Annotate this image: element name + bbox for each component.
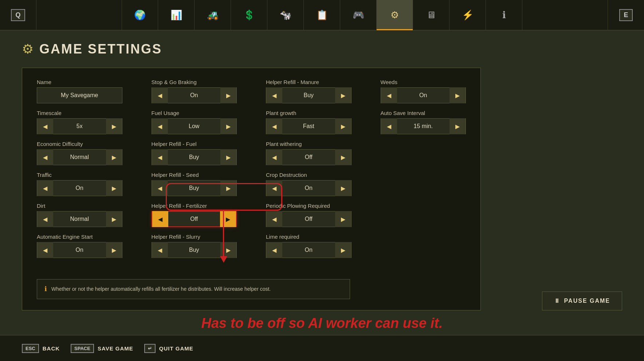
dirt-label: Dirt [37, 203, 122, 209]
helper-slurry-next[interactable]: ▶ [220, 242, 236, 258]
weeds-next[interactable]: ▶ [449, 87, 466, 103]
helper-slurry-label: Helper Refill - Slurry [152, 234, 237, 240]
setting-plant-withering: Plant withering ◀ Off ▶ [266, 141, 352, 165]
weeds-label: Weeds [381, 79, 466, 85]
setting-economic-difficulty: Economic Difficulty ◀ Normal ▶ [37, 141, 122, 165]
nav-settings[interactable]: ⚙ [377, 0, 413, 30]
fuel-usage-next[interactable]: ▶ [220, 118, 236, 134]
helper-fertilizer-prev[interactable]: ◀ [152, 211, 168, 227]
bottom-row: ℹ Whether or not the helper automaticall… [37, 272, 466, 299]
periodic-plowing-next[interactable]: ▶ [335, 211, 351, 227]
stop-go-prev[interactable]: ◀ [152, 87, 168, 103]
stop-go-control: ◀ On ▶ [152, 87, 237, 103]
auto-save-control: ◀ 15 min. ▶ [381, 118, 466, 134]
nav-animal[interactable]: 🐄 [267, 0, 304, 30]
crop-destruction-prev[interactable]: ◀ [266, 180, 282, 196]
setting-helper-fuel: Helper Refill - Fuel ◀ Buy ▶ [152, 141, 237, 165]
lime-required-next[interactable]: ▶ [335, 242, 351, 258]
helper-fuel-value: Buy [168, 154, 221, 160]
nav-multiplayer[interactable]: 🎮 [340, 0, 377, 30]
fuel-usage-value: Low [168, 123, 221, 130]
plant-growth-value: Fast [282, 123, 335, 130]
setting-lime-required: Lime required ◀ On ▶ [266, 234, 352, 258]
dirt-value: Normal [53, 216, 106, 222]
back-button[interactable]: ESC BACK [22, 344, 60, 353]
traffic-next[interactable]: ▶ [106, 180, 122, 196]
periodic-plowing-label: Periodic Plowing Required [266, 203, 352, 209]
nav-icons: 🌍 📊 🚜 💲 🐄 📋 🎮 ⚙ 🖥 ⚡ ℹ [36, 0, 608, 30]
nav-globe[interactable]: 🌍 [122, 0, 158, 30]
nav-monitor[interactable]: 🖥 [413, 0, 449, 30]
plant-withering-prev[interactable]: ◀ [266, 149, 282, 165]
setting-timescale-label: Timescale [37, 110, 122, 116]
setting-helper-seed: Helper Refill - Seed ◀ Buy ▶ [152, 172, 237, 196]
lime-required-prev[interactable]: ◀ [266, 242, 282, 258]
helper-seed-label: Helper Refill - Seed [152, 172, 237, 178]
helper-manure-prev[interactable]: ◀ [266, 87, 282, 103]
auto-engine-next[interactable]: ▶ [106, 242, 122, 258]
dirt-next[interactable]: ▶ [106, 211, 122, 227]
settings-panel: Name Timescale ◀ 5x ▶ Economic Difficult… [22, 68, 481, 310]
q-key[interactable]: Q [11, 9, 25, 21]
save-game-button[interactable]: SPACE SAVE GAME [71, 344, 133, 353]
nav-left[interactable]: Q [0, 0, 36, 30]
auto-save-prev[interactable]: ◀ [381, 118, 397, 134]
stop-go-next[interactable]: ▶ [220, 87, 236, 103]
top-nav: Q 🌍 📊 🚜 💲 🐄 📋 🎮 ⚙ 🖥 ⚡ ℹ E [0, 0, 644, 31]
nav-tractor[interactable]: 🚜 [195, 0, 231, 30]
quit-label: QUIT GAME [159, 345, 193, 352]
stop-go-value: On [168, 92, 221, 99]
helper-seed-control: ◀ Buy ▶ [152, 180, 237, 196]
plant-withering-next[interactable]: ▶ [335, 149, 351, 165]
helper-slurry-control: ◀ Buy ▶ [152, 242, 237, 258]
weeds-prev[interactable]: ◀ [381, 87, 397, 103]
dirt-prev[interactable]: ◀ [37, 211, 53, 227]
plant-growth-prev[interactable]: ◀ [266, 118, 282, 134]
helper-seed-next[interactable]: ▶ [220, 180, 236, 196]
pause-game-button[interactable]: ⏸ PAUSE GAME [542, 291, 622, 310]
name-input[interactable] [37, 87, 122, 103]
economic-difficulty-control: ◀ Normal ▶ [37, 149, 122, 165]
crop-destruction-next[interactable]: ▶ [335, 180, 351, 196]
helper-fuel-prev[interactable]: ◀ [152, 149, 168, 165]
setting-fuel-usage: Fuel Usage ◀ Low ▶ [152, 110, 237, 134]
nav-right[interactable]: E [608, 0, 644, 30]
nav-modules[interactable]: ⚡ [449, 0, 486, 30]
lime-required-control: ◀ On ▶ [266, 242, 352, 258]
helper-seed-prev[interactable]: ◀ [152, 180, 168, 196]
info-text: Whether or not the helper automatically … [51, 286, 271, 293]
setting-periodic-plowing: Periodic Plowing Required ◀ Off ▶ [266, 203, 352, 227]
auto-save-value: 15 min. [397, 123, 450, 130]
back-label: BACK [43, 345, 60, 352]
auto-engine-control: ◀ On ▶ [37, 242, 122, 258]
auto-engine-prev[interactable]: ◀ [37, 242, 53, 258]
fuel-usage-prev[interactable]: ◀ [152, 118, 168, 134]
timescale-prev[interactable]: ◀ [37, 118, 53, 134]
e-key[interactable]: E [619, 9, 632, 21]
economic-difficulty-next[interactable]: ▶ [106, 149, 122, 165]
helper-fertilizer-next[interactable]: ▶ [220, 211, 236, 227]
helper-fuel-label: Helper Refill - Fuel [152, 141, 237, 147]
helper-manure-value: Buy [282, 92, 335, 99]
helper-fuel-next[interactable]: ▶ [220, 149, 236, 165]
traffic-prev[interactable]: ◀ [37, 180, 53, 196]
nav-contracts[interactable]: 📋 [304, 0, 340, 30]
fuel-usage-control: ◀ Low ▶ [152, 118, 237, 134]
helper-manure-next[interactable]: ▶ [335, 87, 351, 103]
nav-info[interactable]: ℹ [486, 0, 522, 30]
timescale-next[interactable]: ▶ [106, 118, 122, 134]
auto-save-next[interactable]: ▶ [449, 118, 466, 134]
setting-name-label: Name [37, 79, 122, 85]
quit-game-button[interactable]: ↵ QUIT GAME [144, 344, 193, 353]
plant-growth-next[interactable]: ▶ [335, 118, 351, 134]
setting-helper-fertilizer: Helper Refill - Fertilizer ◀ Off ▶ [152, 203, 237, 227]
periodic-plowing-prev[interactable]: ◀ [266, 211, 282, 227]
timescale-control: ◀ 5x ▶ [37, 118, 122, 134]
helper-slurry-prev[interactable]: ◀ [152, 242, 168, 258]
enter-key: ↵ [144, 344, 156, 353]
economic-difficulty-prev[interactable]: ◀ [37, 149, 53, 165]
pause-label: PAUSE GAME [564, 298, 610, 304]
stop-go-label: Stop & Go Braking [152, 79, 237, 85]
nav-money[interactable]: 💲 [231, 0, 267, 30]
nav-stats[interactable]: 📊 [158, 0, 195, 30]
